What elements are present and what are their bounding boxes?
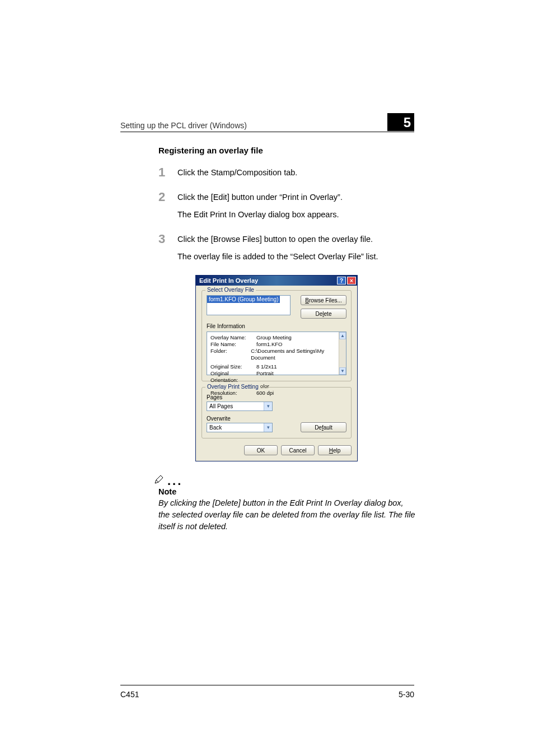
delete-button[interactable]: Delete [301, 309, 346, 319]
group-legend: Select Overlay File [205, 287, 256, 293]
overlay-file-selected-item[interactable]: form1.KFO (Group Meeting) [207, 296, 280, 303]
info-key: Original Orientation: [210, 370, 256, 384]
note-title: Note [158, 487, 416, 496]
file-information-label: File Information [207, 323, 346, 329]
chevron-down-icon[interactable]: ▾ [264, 423, 272, 432]
dialog-footer: OK Cancel Help [202, 444, 352, 455]
step-body: Click the [Browse Files] button to open … [177, 233, 378, 267]
footer-page-number: 5-30 [399, 690, 414, 699]
step-body: Click the [Edit] button under “Print in … [177, 191, 343, 225]
overwrite-value: Back [207, 424, 264, 431]
close-icon[interactable]: × [347, 277, 356, 284]
help-button[interactable]: Help [318, 445, 352, 455]
note-body: By clicking the [Delete] button in the E… [158, 497, 416, 533]
cancel-button[interactable]: Cancel [281, 445, 315, 455]
dialog-title: Edit Print In Overlay [199, 277, 258, 284]
overwrite-combo[interactable]: Back ▾ [207, 423, 273, 432]
dialog-titlebar[interactable]: Edit Print In Overlay ? × [196, 276, 357, 286]
info-key: Original Size: [210, 363, 256, 370]
chapter-number-badge: 5 [387, 113, 414, 131]
pages-combo[interactable]: All Pages ▾ [207, 402, 273, 411]
info-key: Overlay Name: [210, 334, 256, 341]
edit-print-in-overlay-dialog: Edit Print In Overlay ? × Select Overlay… [195, 275, 358, 461]
browse-files-button[interactable]: Browse Files... [301, 295, 346, 305]
step-text: Click the Stamp/Composition tab. [177, 166, 297, 179]
info-value: form1.KFO [256, 341, 282, 348]
overlay-print-setting-group: Overlay Print Setting Pages All Pages ▾ … [202, 387, 352, 438]
info-value: Group Meeting [256, 334, 292, 341]
header-rule [120, 132, 414, 132]
scroll-down-icon[interactable]: ▼ [339, 367, 346, 375]
info-value: Portrait [256, 370, 274, 384]
step-text: The Edit Print In Overlay dialog box app… [177, 208, 343, 221]
running-header: Setting up the PCL driver (Windows) [120, 121, 414, 130]
step-text: The overlay file is added to the “Select… [177, 250, 378, 263]
info-key: Folder: [210, 348, 251, 361]
pages-label: Pages [207, 394, 346, 400]
step-number: 2 [158, 191, 177, 225]
help-icon[interactable]: ? [337, 277, 346, 284]
info-value: C:\Documents and Settings\My Document [251, 348, 338, 361]
note-dots-icon: ... [167, 477, 182, 485]
ok-button[interactable]: OK [244, 445, 278, 455]
info-value: 8 1/2x11 [256, 363, 277, 370]
scrollbar[interactable]: ▲ ▼ [339, 332, 346, 375]
overwrite-label: Overwrite [207, 416, 273, 422]
chevron-down-icon[interactable]: ▾ [264, 402, 272, 410]
scroll-up-icon[interactable]: ▲ [339, 332, 346, 339]
step-1: 1 Click the Stamp/Composition tab. [158, 166, 416, 183]
pages-value: All Pages [207, 403, 264, 409]
step-2: 2 Click the [Edit] button under “Print i… [158, 191, 416, 225]
overlay-file-list[interactable]: form1.KFO (Group Meeting) [207, 295, 291, 315]
step-number: 3 [158, 233, 177, 267]
footer-model: C451 [120, 690, 139, 699]
select-overlay-file-group: Select Overlay File form1.KFO (Group Mee… [202, 290, 352, 381]
info-key: File Name: [210, 341, 256, 348]
file-information-panel: Overlay Name:Group Meeting File Name:for… [207, 332, 346, 375]
note-block: ... Note By clicking the [Delete] button… [158, 475, 416, 533]
step-number: 1 [158, 166, 177, 183]
step-text: Click the [Edit] button under “Print in … [177, 191, 343, 203]
section-title: Registering an overlay file [158, 146, 416, 155]
group-legend: Overlay Print Setting [205, 384, 260, 390]
default-button[interactable]: Default [301, 422, 346, 432]
note-pencil-icon [154, 475, 164, 485]
step-body: Click the Stamp/Composition tab. [177, 166, 297, 183]
step-3: 3 Click the [Browse Files] button to ope… [158, 233, 416, 267]
step-text: Click the [Browse Files] button to open … [177, 233, 378, 245]
steps-list: 1 Click the Stamp/Composition tab. 2 Cli… [158, 166, 416, 267]
footer-rule [120, 685, 414, 685]
